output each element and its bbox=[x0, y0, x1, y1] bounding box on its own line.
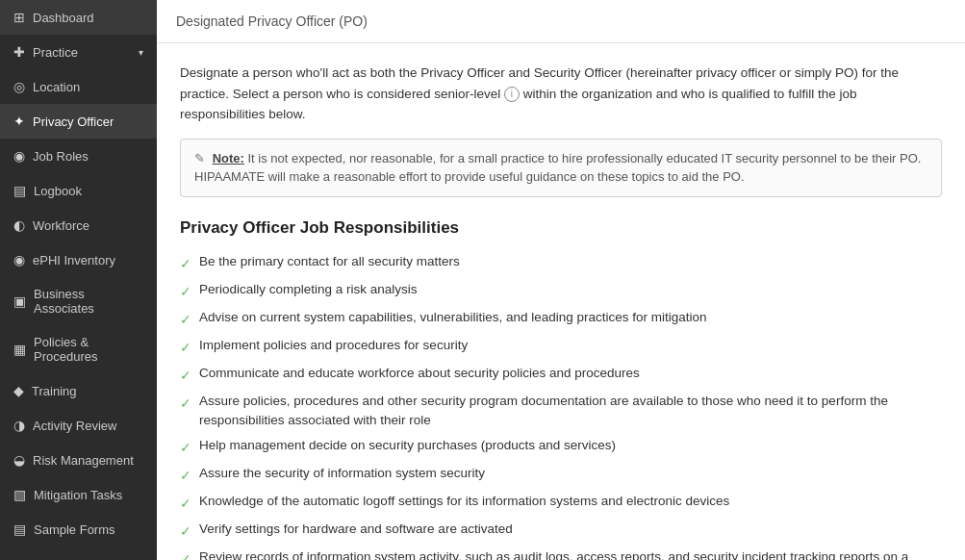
sidebar-label-sample-forms: Sample Forms bbox=[34, 522, 115, 537]
responsibility-item-5: ✓Assure policies, procedures and other s… bbox=[180, 392, 942, 431]
check-icon-9: ✓ bbox=[180, 522, 191, 542]
responsibility-text-10: Review records of information system act… bbox=[199, 547, 942, 560]
activity-review-icon: ◑ bbox=[13, 418, 25, 433]
check-icon-6: ✓ bbox=[180, 438, 191, 458]
sidebar-item-ephi-inventory[interactable]: ◉ePHI Inventory bbox=[0, 242, 157, 277]
responsibility-item-7: ✓Assure the security of information syst… bbox=[180, 464, 942, 486]
sidebar-item-dashboard[interactable]: ⊞Dashboard bbox=[0, 0, 157, 35]
info-icon[interactable]: i bbox=[504, 87, 520, 102]
sample-forms-icon: ▤ bbox=[13, 522, 26, 537]
ephi-inventory-icon: ◉ bbox=[13, 252, 25, 267]
logbook-icon: ▤ bbox=[13, 183, 26, 198]
check-icon-3: ✓ bbox=[180, 338, 191, 358]
sidebar-item-logbook[interactable]: ▤Logbook bbox=[0, 173, 157, 208]
responsibility-text-8: Knowledge of the automatic logoff settin… bbox=[199, 492, 729, 511]
sidebar-item-training[interactable]: ◆Training bbox=[0, 373, 157, 408]
sidebar-item-activity-review[interactable]: ◑Activity Review bbox=[0, 408, 157, 443]
job-roles-icon: ◉ bbox=[13, 148, 25, 164]
check-icon-7: ✓ bbox=[180, 466, 191, 486]
sidebar-label-business-associates: Business Associates bbox=[34, 287, 143, 316]
workforce-icon: ◐ bbox=[13, 217, 25, 233]
business-associates-icon: ▣ bbox=[13, 293, 26, 309]
responsibility-item-4: ✓Communicate and educate workforce about… bbox=[180, 364, 942, 386]
check-icon-10: ✓ bbox=[180, 549, 191, 560]
sidebar-item-workforce[interactable]: ◐Workforce bbox=[0, 208, 157, 242]
sidebar-item-job-roles[interactable]: ◉Job Roles bbox=[0, 139, 157, 173]
note-label: Note: bbox=[213, 151, 244, 165]
responsibility-item-3: ✓Implement policies and procedures for s… bbox=[180, 336, 942, 358]
responsibility-text-2: Advise on current system capabilities, v… bbox=[199, 308, 707, 327]
content-body: Designate a person who'll act as both th… bbox=[157, 43, 965, 560]
responsibility-item-2: ✓Advise on current system capabilities, … bbox=[180, 308, 942, 330]
sidebar: ⊞Dashboard✚Practice▾◎Location✦Privacy Of… bbox=[0, 0, 157, 560]
responsibility-item-0: ✓Be the primary contact for all security… bbox=[180, 252, 942, 274]
responsibility-text-3: Implement policies and procedures for se… bbox=[199, 336, 468, 355]
responsibility-item-1: ✓Periodically completing a risk analysis bbox=[180, 280, 942, 302]
check-icon-5: ✓ bbox=[180, 394, 191, 414]
responsibility-text-6: Help management decide on security purch… bbox=[199, 436, 616, 455]
location-icon: ◎ bbox=[13, 79, 25, 94]
sidebar-label-activity-review: Activity Review bbox=[33, 419, 116, 433]
responsibility-item-9: ✓Verify settings for hardware and softwa… bbox=[180, 520, 942, 542]
sidebar-label-logbook: Logbook bbox=[34, 184, 82, 198]
section-title: Privacy Officer Job Responsibilities bbox=[180, 215, 942, 241]
check-icon-2: ✓ bbox=[180, 310, 191, 330]
sidebar-label-policies-procedures: Policies & Procedures bbox=[34, 335, 143, 364]
check-icon-1: ✓ bbox=[180, 282, 191, 302]
mitigation-tasks-icon: ▧ bbox=[13, 487, 26, 502]
sidebar-label-mitigation-tasks: Mitigation Tasks bbox=[34, 488, 122, 502]
sidebar-label-job-roles: Job Roles bbox=[33, 149, 89, 164]
edit-icon: ✎ bbox=[194, 149, 205, 168]
responsibility-item-10: ✓Review records of information system ac… bbox=[180, 547, 942, 560]
sidebar-item-practice[interactable]: ✚Practice▾ bbox=[0, 35, 157, 69]
chevron-down-icon: ▾ bbox=[139, 47, 143, 58]
sidebar-label-workforce: Workforce bbox=[33, 218, 89, 233]
check-icon-0: ✓ bbox=[180, 254, 191, 274]
content-header: Designated Privacy Officer (PO) bbox=[157, 0, 965, 43]
risk-management-icon: ◒ bbox=[13, 452, 25, 468]
practice-icon: ✚ bbox=[13, 44, 25, 60]
responsibility-text-0: Be the primary contact for all security … bbox=[199, 252, 460, 271]
main-content: Designated Privacy Officer (PO) Designat… bbox=[157, 0, 965, 560]
responsibility-list: ✓Be the primary contact for all security… bbox=[180, 252, 942, 560]
sidebar-item-risk-management[interactable]: ◒Risk Management bbox=[0, 443, 157, 477]
sidebar-item-policies-procedures[interactable]: ▦Policies & Procedures bbox=[0, 325, 157, 373]
sidebar-item-mitigation-tasks[interactable]: ▧Mitigation Tasks bbox=[0, 477, 157, 512]
responsibility-text-4: Communicate and educate workforce about … bbox=[199, 364, 640, 383]
responsibility-item-8: ✓Knowledge of the automatic logoff setti… bbox=[180, 492, 942, 514]
sidebar-label-dashboard: Dashboard bbox=[33, 11, 94, 25]
responsibility-text-5: Assure policies, procedures and other se… bbox=[199, 392, 942, 431]
sidebar-label-risk-management: Risk Management bbox=[33, 453, 134, 468]
sidebar-item-business-associates[interactable]: ▣Business Associates bbox=[0, 277, 157, 325]
sidebar-label-ephi-inventory: ePHI Inventory bbox=[33, 253, 115, 267]
sidebar-label-training: Training bbox=[32, 384, 76, 398]
responsibility-text-9: Verify settings for hardware and softwar… bbox=[199, 520, 513, 539]
note-box: ✎ Note: It is not expected, nor reasonab… bbox=[180, 139, 942, 197]
note-text: It is not expected, nor reasonable, for … bbox=[194, 151, 921, 185]
privacy-officer-icon: ✦ bbox=[13, 114, 25, 129]
sidebar-label-privacy-officer: Privacy Officer bbox=[33, 115, 114, 129]
policies-procedures-icon: ▦ bbox=[13, 342, 26, 357]
sidebar-label-practice: Practice bbox=[33, 45, 78, 60]
responsibility-text-1: Periodically completing a risk analysis bbox=[199, 280, 418, 299]
intro-paragraph: Designate a person who'll act as both th… bbox=[180, 63, 942, 125]
sidebar-item-privacy-officer[interactable]: ✦Privacy Officer bbox=[0, 104, 157, 139]
sidebar-item-location[interactable]: ◎Location bbox=[0, 69, 157, 104]
responsibility-item-6: ✓Help management decide on security purc… bbox=[180, 436, 942, 458]
check-icon-4: ✓ bbox=[180, 366, 191, 386]
training-icon: ◆ bbox=[13, 383, 24, 398]
sidebar-item-sample-forms[interactable]: ▤Sample Forms bbox=[0, 512, 157, 547]
dashboard-icon: ⊞ bbox=[13, 10, 25, 25]
header-title: Designated Privacy Officer (PO) bbox=[176, 13, 368, 29]
check-icon-8: ✓ bbox=[180, 494, 191, 514]
sidebar-label-location: Location bbox=[33, 80, 80, 94]
responsibility-text-7: Assure the security of information syste… bbox=[199, 464, 485, 483]
